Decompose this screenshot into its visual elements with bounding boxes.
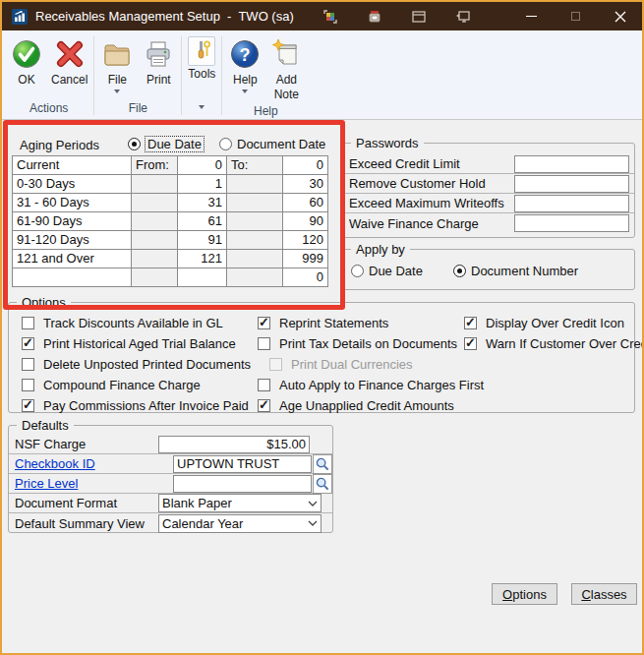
price-level-lookup-button[interactable] xyxy=(313,474,332,494)
aging-to-value[interactable]: 0 xyxy=(283,268,328,287)
maximize-button[interactable] xyxy=(554,2,598,30)
checkbox-auto-apply-finance-charges[interactable]: Auto Apply to Finance Charges First xyxy=(258,378,484,392)
aging-from-value[interactable]: 31 xyxy=(178,194,227,212)
checkbook-id-input[interactable]: UPTOWN TRUST xyxy=(173,455,312,473)
aging-from-value[interactable]: 0 xyxy=(178,156,227,175)
password-row: Exceed Maximum Writeoffs xyxy=(343,194,634,213)
price-level-input[interactable] xyxy=(173,475,312,493)
aging-period-name[interactable]: 121 and Over xyxy=(13,250,132,268)
aging-to-value[interactable]: 0 xyxy=(283,156,328,175)
checkbox-track-discounts[interactable]: Track Discounts Available in GL xyxy=(22,316,223,330)
checkbook-id-link[interactable]: Checkbook ID xyxy=(15,456,95,471)
aging-period-name[interactable]: 91-120 Days xyxy=(13,231,132,250)
checkbox-icon xyxy=(258,317,270,329)
password-row: Waive Finance Charge xyxy=(343,213,634,233)
minimize-button[interactable] xyxy=(509,2,554,30)
aging-period-name[interactable]: 31 - 60 Days xyxy=(13,194,132,212)
checkbox-icon xyxy=(269,358,282,371)
capture-icon[interactable] xyxy=(322,8,338,25)
print-screen-icon[interactable] xyxy=(366,8,382,25)
spacer-cell xyxy=(132,175,178,194)
spacer-cell xyxy=(227,231,283,250)
checkbox-label: Warn If Customer Over Credit xyxy=(486,336,644,351)
document-format-dropdown[interactable]: Blank Paper xyxy=(158,494,322,512)
checkbox-label: Auto Apply to Finance Charges First xyxy=(279,378,484,392)
password-row: Exceed Credit Limit xyxy=(343,154,634,174)
default-summary-view-value: Calendar Year xyxy=(162,516,243,531)
aging-period-name[interactable] xyxy=(13,268,132,287)
exceed-maximum-writeoffs-label: Exceed Maximum Writeoffs xyxy=(349,196,514,210)
ok-label: OK xyxy=(18,74,34,87)
document-format-label: Document Format xyxy=(15,496,158,510)
checkbox-print-tax-details[interactable]: Print Tax Details on Documents xyxy=(258,336,457,351)
classes-button[interactable]: Classes xyxy=(571,583,637,605)
radio-due-date[interactable]: Due Date xyxy=(128,137,204,151)
exceed-maximum-writeoffs-input[interactable] xyxy=(514,195,629,212)
window-layout-icon[interactable] xyxy=(410,8,427,25)
aging-from-value[interactable]: 121 xyxy=(178,250,227,268)
aging-from-value[interactable]: 1 xyxy=(178,175,227,194)
spacer-cell xyxy=(227,250,283,268)
help-button[interactable]: ? Help xyxy=(224,35,265,97)
ok-button[interactable]: OK xyxy=(6,35,47,88)
remote-display-icon[interactable] xyxy=(454,8,471,25)
window-title: Receivables Management Setup - TWO (sa) xyxy=(35,9,294,24)
checkbox-icon xyxy=(22,358,34,371)
aging-to-value[interactable]: 30 xyxy=(283,175,328,194)
defaults-group: Defaults NSF Charge $15.00 Checkbook ID … xyxy=(8,425,333,533)
aging-period-name[interactable]: Current xyxy=(13,156,132,175)
options-button[interactable]: Options xyxy=(492,583,557,605)
price-level-link[interactable]: Price Level xyxy=(15,476,78,491)
exceed-credit-limit-input[interactable] xyxy=(514,155,629,173)
spacer-cell xyxy=(132,194,178,212)
checkbook-id-lookup-button[interactable] xyxy=(313,454,332,474)
aging-to-value[interactable]: 90 xyxy=(283,212,328,231)
close-button[interactable] xyxy=(598,2,642,30)
apply-by-group-label: Apply by xyxy=(351,242,410,257)
checkbox-compound-finance-charge[interactable]: Compound Finance Charge xyxy=(22,378,201,392)
radio-document-date[interactable]: Document Date xyxy=(219,137,325,151)
nsf-charge-input[interactable]: $15.00 xyxy=(158,436,310,453)
checkbox-label: Reprint Statements xyxy=(279,316,388,330)
radio-apply-document-number[interactable]: Document Number xyxy=(453,264,578,278)
defaults-group-label: Defaults xyxy=(17,418,74,433)
checkbox-reprint-statements[interactable]: Reprint Statements xyxy=(258,316,388,330)
print-label: Print xyxy=(146,74,171,87)
due-date-radio-label: Due Date xyxy=(146,137,204,151)
cancel-button[interactable]: Cancel xyxy=(47,35,91,88)
exceed-credit-limit-label: Exceed Credit Limit xyxy=(349,156,514,171)
chevron-down-icon xyxy=(308,501,318,506)
checkbox-display-over-credit-icon[interactable]: Display Over Credit Icon xyxy=(464,316,624,330)
checkbox-print-historical[interactable]: Print Historical Aged Trial Balance xyxy=(22,336,236,351)
aging-from-value[interactable] xyxy=(178,268,227,287)
checkbox-age-unapplied-credit[interactable]: Age Unapplied Credit Amounts xyxy=(258,398,454,413)
tools-group-dropdown[interactable] xyxy=(184,99,219,119)
aging-period-name[interactable]: 61-90 Days xyxy=(13,212,132,231)
aging-from-value[interactable]: 61 xyxy=(178,212,227,231)
radio-apply-due-date[interactable]: Due Date xyxy=(351,264,423,278)
checkbox-warn-customer-over-credit[interactable]: Warn If Customer Over Credit xyxy=(464,336,644,351)
dialog-body: Aging Periods Due Date Document Date Cur… xyxy=(2,120,642,653)
document-format-row: Document Format Blank Paper xyxy=(9,494,332,513)
waive-finance-charge-input[interactable] xyxy=(514,214,629,232)
help-icon: ? xyxy=(228,36,262,72)
ribbon-group-label-help: Help xyxy=(224,102,307,122)
spacer-cell xyxy=(227,194,283,212)
checkbox-pay-commissions[interactable]: Pay Commissions After Invoice Paid xyxy=(22,398,249,413)
remove-customer-hold-input[interactable] xyxy=(514,175,629,193)
aging-period-name[interactable]: 0-30 Days xyxy=(13,175,132,194)
aging-to-value[interactable]: 120 xyxy=(283,231,328,250)
add-note-button[interactable]: Add Note xyxy=(265,35,307,102)
print-button[interactable]: Print xyxy=(138,35,179,88)
passwords-group: Passwords Exceed Credit Limit Remove Cus… xyxy=(342,143,635,238)
aging-to-value[interactable]: 60 xyxy=(283,194,328,212)
checkbox-label: Print Tax Details on Documents xyxy=(279,336,457,351)
default-summary-view-dropdown[interactable]: Calendar Year xyxy=(158,514,322,533)
titlebar[interactable]: Receivables Management Setup - TWO (sa) xyxy=(2,2,642,30)
file-button[interactable]: File xyxy=(96,35,138,97)
checkbox-delete-unposted[interactable]: Delete Unposted Printed Documents xyxy=(22,357,251,372)
aging-to-value[interactable]: 999 xyxy=(283,250,328,268)
ok-icon xyxy=(10,36,43,72)
tools-button[interactable]: Tools xyxy=(184,35,219,82)
aging-from-value[interactable]: 91 xyxy=(178,231,227,250)
